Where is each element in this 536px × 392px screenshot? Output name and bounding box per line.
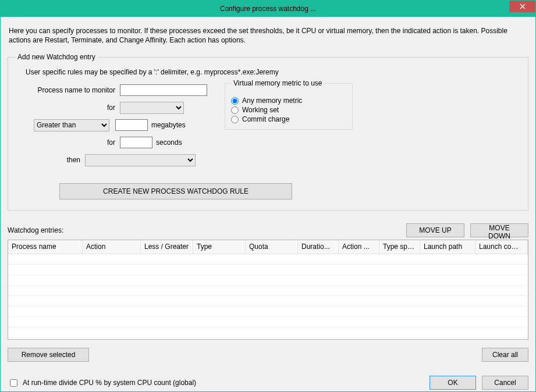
metric-any-radio[interactable] xyxy=(231,97,239,105)
megabytes-input[interactable] xyxy=(115,119,148,131)
table-row[interactable] xyxy=(8,327,528,338)
metric-ws-radio[interactable] xyxy=(231,106,239,114)
table-row[interactable] xyxy=(8,296,528,307)
process-name-input[interactable] xyxy=(120,84,207,96)
then-select[interactable] xyxy=(85,154,196,166)
description-text: Here you can specify processes to monito… xyxy=(9,26,527,45)
group-legend: Add new Watchdog entry xyxy=(15,53,98,61)
remove-selected-button[interactable]: Remove selected xyxy=(8,348,89,362)
table-row[interactable] xyxy=(8,275,528,286)
metric-cc-radio[interactable] xyxy=(231,116,239,123)
process-name-label: Process name to monitor xyxy=(15,86,120,94)
entries-label: Watchdog entries: xyxy=(8,226,63,234)
move-down-button[interactable]: MOVE DOWN xyxy=(470,223,528,237)
window-title: Configure process watchdog ... xyxy=(220,5,316,13)
close-button[interactable] xyxy=(509,1,535,12)
divide-cpu-label: At run-time divide CPU % by system CPU c… xyxy=(23,379,196,387)
ok-button[interactable]: OK xyxy=(429,376,476,390)
table-row[interactable] xyxy=(8,307,528,317)
divide-cpu-checkbox[interactable] xyxy=(10,379,17,387)
seconds-unit: seconds xyxy=(156,138,182,147)
for-select-1[interactable] xyxy=(120,102,184,114)
for-label-2: for xyxy=(15,138,120,147)
metric-any-label: Any memory metric xyxy=(242,97,302,105)
move-up-button[interactable]: MOVE UP xyxy=(406,223,464,237)
metric-cc-label: Commit charge xyxy=(242,115,289,123)
metric-ws-label: Working set xyxy=(242,106,279,114)
col-process-name[interactable]: Process name xyxy=(8,240,83,254)
dialog-content: Here you can specify processes to monito… xyxy=(1,17,535,392)
table-row[interactable] xyxy=(8,265,528,275)
add-entry-group: Add new Watchdog entry User specific rul… xyxy=(8,53,528,211)
col-duration[interactable]: Duratio... xyxy=(298,240,339,254)
col-action2[interactable]: Action ... xyxy=(339,240,379,254)
col-launch-path[interactable]: Launch path xyxy=(420,240,475,254)
metric-title: Virtual memory metric to use xyxy=(231,79,325,87)
for-label-1: for xyxy=(15,104,120,112)
grid-body xyxy=(8,254,528,338)
col-type-spe[interactable]: Type spe... xyxy=(379,240,420,254)
col-less-greater[interactable]: Less / Greater xyxy=(141,240,193,254)
megabytes-unit: megabytes xyxy=(151,121,186,129)
comparison-select[interactable]: Greater than xyxy=(34,119,109,131)
clear-all-button[interactable]: Clear all xyxy=(482,348,528,362)
title-bar: Configure process watchdog ... xyxy=(1,1,535,17)
entries-grid[interactable]: Process name Action Less / Greater Type … xyxy=(8,240,528,340)
seconds-input[interactable] xyxy=(120,137,152,148)
delimiter-hint: User specific rules may be specified by … xyxy=(26,68,521,76)
close-icon xyxy=(520,3,526,9)
col-launch-cmd[interactable]: Launch comma... xyxy=(475,240,528,254)
table-row[interactable] xyxy=(8,254,528,265)
cancel-button[interactable]: Cancel xyxy=(482,376,528,390)
table-row[interactable] xyxy=(8,286,528,296)
grid-header: Process name Action Less / Greater Type … xyxy=(8,240,528,254)
col-quota[interactable]: Quota xyxy=(246,240,298,254)
col-action[interactable]: Action xyxy=(83,240,141,254)
left-form: Process name to monitor for Greater than… xyxy=(15,83,213,170)
then-label: then xyxy=(15,156,85,164)
metric-panel: Virtual memory metric to use Any memory … xyxy=(225,83,353,170)
table-row[interactable] xyxy=(8,317,528,327)
col-type[interactable]: Type xyxy=(193,240,246,254)
create-rule-button[interactable]: CREATE NEW PROCESS WATCHDOG RULE xyxy=(59,183,292,199)
